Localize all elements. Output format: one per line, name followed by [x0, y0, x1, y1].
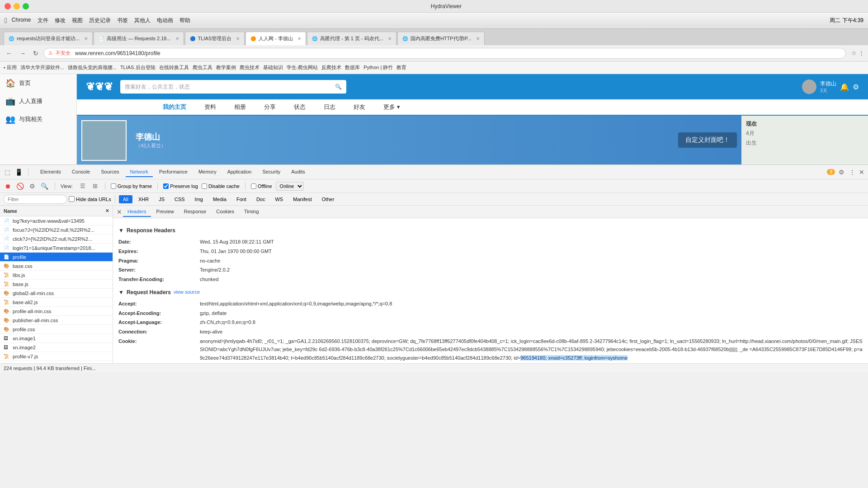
tab-5[interactable]: 🌐 国内高匿免费HTTP代理IP... ✕ [397, 32, 485, 45]
sidebar-item-home[interactable]: 🏠 首页 [0, 74, 76, 92]
detail-tab-cookies[interactable]: Cookies [212, 207, 239, 217]
devtools-inspect-icon[interactable]: ⬚ [4, 168, 11, 177]
network-item-11[interactable]: 🎨 publisher-all-min.css [0, 316, 113, 325]
settings-button[interactable]: ⋮ [859, 50, 864, 56]
devtools-settings-icon[interactable]: ⚙ [838, 168, 845, 177]
detail-tab-headers[interactable]: Headers [123, 207, 151, 217]
network-item-4[interactable]: 📄 profile [0, 253, 113, 262]
renren-search-bar[interactable]: 搜索好友，公共主页，状态 🔍 [120, 80, 346, 94]
menu-edit[interactable]: 修改 [55, 17, 66, 24]
bookmark-1[interactable]: 清华大学开源软件... [20, 64, 64, 71]
notification-icon[interactable]: 🔔 [840, 83, 849, 91]
settings-gear-icon[interactable]: ⚙ [853, 83, 859, 91]
devtools-device-icon[interactable]: 📱 [14, 168, 24, 177]
filter-font[interactable]: Font [232, 195, 250, 203]
detail-close-button[interactable]: ✕ [117, 208, 122, 216]
close-panel-icon[interactable]: ✕ [105, 208, 109, 213]
minimize-button[interactable] [14, 3, 20, 9]
filter-all[interactable]: All [119, 195, 132, 203]
bookmark-4[interactable]: 在线转换工具 [159, 64, 189, 71]
bookmark-5[interactable]: 爬虫工具 [193, 64, 212, 71]
tab-2[interactable]: 🔵 TLIAS管理后台 ✕ [185, 32, 245, 45]
tab-close-5[interactable]: ✕ [476, 36, 480, 41]
network-item-13[interactable]: 🖼 xn.image1 [0, 334, 113, 343]
clear-icon[interactable]: 🚫 [15, 182, 25, 191]
tab-4[interactable]: 🌐 高匿代理 - 第 1 页 - 码农代... ✕ [307, 32, 396, 45]
hide-data-urls-label[interactable]: Hide data URLs [69, 196, 111, 202]
preserve-log-checkbox[interactable]: Preserve log [163, 183, 198, 189]
preserve-log-input[interactable] [163, 183, 169, 189]
tab-close-4[interactable]: ✕ [388, 36, 392, 41]
tab-elements[interactable]: Elements [36, 167, 66, 177]
nav-diary[interactable]: 日志 [319, 99, 340, 116]
network-item-3[interactable]: 📄 login?1=1&uniqueTimestamp=2018... [0, 244, 113, 253]
tab-memory[interactable]: Memory [194, 167, 221, 177]
sidebar-item-live[interactable]: 📺 人人直播 [0, 92, 76, 110]
tab-network[interactable]: Network [126, 167, 153, 177]
tab-audits[interactable]: Audits [287, 167, 310, 177]
menu-file[interactable]: 文件 [38, 17, 48, 24]
tab-close-3[interactable]: ✕ [297, 36, 301, 41]
filter-input[interactable] [4, 195, 67, 204]
view-grid-button[interactable]: ⊞ [91, 182, 99, 190]
network-item-6[interactable]: 📜 libs.js [0, 271, 113, 280]
hide-data-urls-checkbox[interactable] [69, 196, 75, 202]
network-item-0[interactable]: 📄 log?key=active-www&val=13495 [0, 216, 113, 225]
bookmark-6[interactable]: 教学案例 [216, 64, 236, 71]
bookmark-apps[interactable]: ▪ 应用 [4, 64, 17, 71]
filter-other[interactable]: Other [318, 195, 339, 203]
filter-js[interactable]: JS [155, 195, 169, 203]
network-item-10[interactable]: 🎨 profile-all-min.css [0, 307, 113, 316]
network-item-15[interactable]: 📜 profile-v7.js [0, 352, 113, 361]
forward-button[interactable]: → [17, 49, 28, 58]
tab-close-1[interactable]: ✕ [175, 36, 179, 41]
filter-manifest[interactable]: Manifest [289, 195, 316, 203]
group-by-frame-input[interactable] [111, 183, 116, 189]
filter-ws[interactable]: WS [271, 195, 287, 203]
view-source-link[interactable]: view source [174, 288, 200, 296]
bookmark-9[interactable]: 学生-爬虫网站 [287, 64, 318, 71]
bookmark-11[interactable]: 数据库 [345, 64, 360, 71]
bookmark-2[interactable]: 拯救低头党的肩颈腰... [68, 64, 117, 71]
tab-sources[interactable]: Sources [96, 167, 123, 177]
tab-console[interactable]: Console [67, 167, 94, 177]
maximize-button[interactable] [23, 3, 29, 9]
search-network-icon[interactable]: 🔍 [40, 182, 49, 191]
nav-album[interactable]: 相册 [230, 99, 250, 116]
search-icon[interactable]: 🔍 [335, 84, 342, 90]
tab-application[interactable]: Application [223, 167, 256, 177]
disable-cache-checkbox[interactable]: Disable cache [202, 183, 240, 189]
network-item-5[interactable]: 🎨 base.css [0, 262, 113, 271]
throttle-select[interactable]: Online [276, 182, 304, 191]
tab-security[interactable]: Security [258, 167, 285, 177]
network-item-2[interactable]: 📄 click?J={%22ID%22:null,%22R%2... [0, 235, 113, 244]
network-item-8[interactable]: 🎨 global2-all-min.css [0, 289, 113, 298]
menu-view[interactable]: 视图 [72, 17, 83, 24]
offline-input[interactable] [251, 183, 256, 189]
tab-0[interactable]: 🌐 requests访问登录后才能访... ✕ [4, 32, 93, 45]
menu-bookmarks[interactable]: 书签 [117, 17, 128, 24]
tab-close-0[interactable]: ✕ [84, 36, 88, 41]
detail-tab-timing[interactable]: Timing [240, 207, 264, 217]
nav-status[interactable]: 状态 [289, 99, 310, 116]
devtools-close-button[interactable]: ✕ [859, 169, 864, 176]
menu-window[interactable]: 电动画 [157, 17, 173, 24]
disable-cache-input[interactable] [202, 183, 207, 189]
filter-icon[interactable]: ⚙ [28, 182, 36, 191]
menu-help[interactable]: 帮助 [179, 17, 190, 24]
nav-profile[interactable]: 资料 [200, 99, 221, 116]
nav-more[interactable]: 更多 ▾ [379, 99, 405, 116]
network-item-14[interactable]: 🖼 xn.image2 [0, 343, 113, 352]
nav-friends[interactable]: 好友 [349, 99, 370, 116]
network-item-1[interactable]: 📄 focus?J={%22ID%22:null,%22R%2... [0, 225, 113, 235]
menu-history[interactable]: 历史记录 [89, 17, 111, 24]
devtools-more-icon[interactable]: ⋮ [848, 168, 856, 177]
filter-img[interactable]: Img [191, 195, 207, 203]
back-button[interactable]: ← [4, 49, 14, 58]
tab-1[interactable]: 📄 高级用法 — Requests 2.18... ✕ [94, 32, 184, 45]
tab-3[interactable]: 🟠 人人网 - 李德山 ✕ [245, 32, 306, 45]
menu-chrome[interactable]: Chrome [12, 17, 31, 24]
customize-banner-button[interactable]: 自定义封面吧！ [678, 132, 737, 148]
group-by-frame-checkbox[interactable]: Group by frame [111, 183, 152, 189]
bookmark-3[interactable]: TLIAS.后台登陆 [120, 64, 156, 71]
